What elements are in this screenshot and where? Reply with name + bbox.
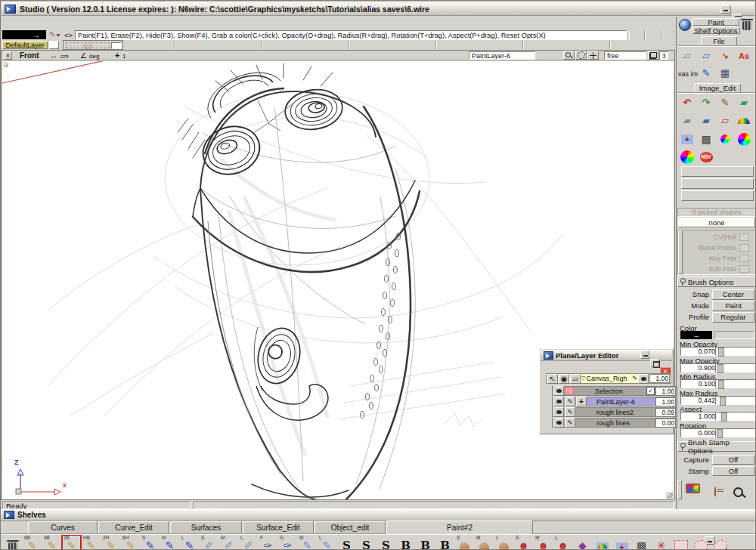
brush-option-value-button[interactable]: Regular	[712, 312, 754, 323]
shelf-tool-icon[interactable]: L ☻	[553, 535, 572, 550]
layer-row[interactable]: ✎ + rough lines2 ✓ 0.09	[552, 407, 677, 417]
layer-row[interactable]: ✎ + Selection ✓ 1.00	[552, 386, 677, 396]
shelf-tool-icon[interactable]: M ✎	[298, 535, 317, 550]
locator-checkbox[interactable]	[739, 244, 749, 252]
visibility-eye-icon[interactable]	[553, 418, 564, 428]
locator-checkbox[interactable]	[739, 233, 749, 241]
menu-item[interactable]	[131, 23, 141, 25]
shelf-button[interactable]	[681, 178, 754, 189]
shelf-tool-icon[interactable]: G ✑	[278, 535, 297, 550]
layer-opacity-field[interactable]: 1.00	[655, 397, 676, 406]
file-shelf-icon[interactable]: ✎	[698, 65, 714, 82]
layer-name[interactable]: rough lines2	[587, 409, 655, 416]
visibility-eye-icon[interactable]	[553, 407, 564, 417]
file-shelf-icon[interactable]: ▱	[679, 48, 696, 64]
stamp-value-button[interactable]: Off	[712, 455, 754, 465]
slider-value-field[interactable]: 0.442	[680, 396, 718, 405]
shelf-tool-icon[interactable]: 6H ✎	[121, 535, 140, 550]
menu-item[interactable]	[141, 23, 152, 25]
shelf-tab-object-edit[interactable]: Object_edit	[314, 521, 386, 533]
pick-cursor-icon[interactable]: ↖	[547, 374, 558, 384]
menu-item[interactable]	[110, 23, 120, 25]
shelf-tool-icon[interactable]: ◆	[573, 535, 592, 550]
layer-count-field[interactable]: 3	[659, 51, 668, 60]
slider-track[interactable]	[715, 396, 756, 405]
shelf-tool-icon[interactable]: ✳	[652, 535, 671, 550]
layer-row[interactable]: ✎ + PaintLayer-6 ✓ 1.00	[552, 397, 677, 406]
shelf-tool-icon[interactable]: B	[396, 535, 415, 550]
layer-editor-maximize[interactable]	[650, 359, 659, 367]
shelf-tab-curve-edit[interactable]: Curve_Edit	[98, 521, 169, 533]
brush-option-value-button[interactable]: Paint	[712, 301, 754, 311]
shelf-tab-button[interactable]: Paint	[692, 18, 739, 26]
layer-name[interactable]: Selection	[586, 388, 646, 395]
shelf-tool-icon[interactable]: S ☻	[514, 535, 533, 550]
shelf-tool-icon[interactable]	[711, 535, 730, 550]
shelf-tool-icon[interactable]	[671, 535, 690, 550]
layer-name[interactable]: rough lines	[587, 419, 655, 427]
view-close-icon[interactable]: ✕	[4, 51, 12, 60]
shelf-tool-icon[interactable]: F ✑	[259, 535, 277, 550]
paint-brush-icon[interactable]: ✎	[565, 397, 575, 406]
locator-checkbox[interactable]	[739, 255, 749, 262]
layers-stack-icon[interactable]	[648, 51, 658, 60]
image-edit-icon[interactable]	[736, 113, 752, 129]
toggle-button[interactable]	[662, 30, 677, 40]
plane-opacity-field[interactable]: 1.00	[649, 374, 670, 383]
shelf-tool-icon[interactable]: ▩	[632, 535, 651, 550]
image-edit-icon[interactable]: ↷	[698, 94, 714, 111]
brush-stamp-header[interactable]: Brush Stamp Options	[677, 441, 756, 452]
layer-opacity-field[interactable]: 1.00	[655, 387, 676, 396]
slider-track[interactable]	[715, 428, 756, 437]
slider-track[interactable]	[715, 412, 756, 421]
plane-name[interactable]: Canvas_Righ	[586, 375, 631, 382]
menu-item[interactable]	[67, 23, 78, 25]
brush-option-value-button[interactable]: Center	[712, 289, 754, 300]
shelf-tool-icon[interactable]: M ✐	[219, 535, 238, 550]
slider-value-field[interactable]: 0.900	[680, 363, 718, 372]
menu-item[interactable]	[57, 23, 67, 25]
menu-item[interactable]	[4, 23, 14, 25]
menu-item[interactable]	[36, 23, 46, 25]
file-shelf-icon[interactable]: ▱	[698, 48, 714, 64]
selection-color-swatch[interactable]	[565, 387, 574, 395]
trash-icon[interactable]	[742, 19, 751, 30]
current-color-swatch[interactable]: →	[2, 30, 46, 39]
shelf-tool-icon[interactable]: HB ✎	[82, 535, 101, 550]
menu-item[interactable]	[25, 23, 36, 25]
shelf-tool-icon[interactable]: S	[357, 535, 376, 550]
shelf-button[interactable]	[681, 166, 754, 177]
paint-brush-icon[interactable]: ✎	[565, 418, 575, 428]
shelf-tool-icon[interactable]: +	[612, 535, 631, 550]
plane-icon[interactable]: ▱	[570, 374, 581, 384]
image-edit-icon[interactable]	[679, 149, 696, 165]
image-edit-icon[interactable]	[736, 131, 752, 147]
shelf-tool-icon[interactable]: L	[494, 535, 513, 550]
none-button[interactable]: none	[678, 218, 755, 227]
zoom-tool-icon[interactable]	[563, 51, 575, 60]
image-edit-icon[interactable]: +	[679, 131, 696, 147]
expand-triangle-icon[interactable]: ▽	[581, 375, 585, 382]
visibility-eye-icon[interactable]	[553, 397, 564, 406]
view-name[interactable]: Front	[20, 51, 39, 60]
image-edit-icon[interactable]: ↶	[679, 94, 696, 111]
view-resize-grip[interactable]	[3, 62, 8, 67]
prompt-line[interactable]: Paint(F1), Erase(F2), Hide(F3), Show(F4)…	[75, 30, 627, 40]
slider-value-field[interactable]: 0.000	[680, 428, 718, 437]
shelf-tool-icon[interactable]: M ✎	[160, 535, 179, 550]
paint-layer-field[interactable]: PaintLayer-6	[469, 51, 535, 60]
locator-checkbox[interactable]	[739, 265, 749, 273]
marking-menu-box[interactable]: ( | )	[63, 40, 123, 50]
hand-pan-icon[interactable]	[714, 487, 716, 496]
shelf-tool-icon[interactable]: 6B ✎	[23, 535, 42, 550]
view-mode-field[interactable]: free	[604, 51, 646, 60]
image-edit-icon[interactable]: ▱	[717, 113, 733, 129]
shelf-tool-icon[interactable]: 4B ✎	[42, 535, 61, 550]
brush-tool-icon[interactable]: ✎▼	[49, 30, 61, 39]
slider-value-field[interactable]: 0.100	[680, 379, 718, 388]
file-shelf-icon[interactable]: As	[736, 48, 752, 64]
shelf-tool-icon[interactable]: B	[416, 535, 435, 550]
slider-track[interactable]	[715, 379, 756, 388]
layer-row[interactable]: ✎ + rough lines ✓ 0.00	[552, 418, 677, 428]
globe-icon[interactable]	[679, 19, 691, 31]
